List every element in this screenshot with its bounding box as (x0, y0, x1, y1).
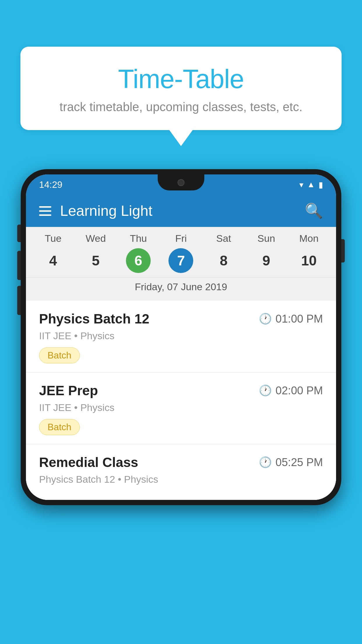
speech-bubble-card: Time-Table track timetable, upcoming cla… (20, 47, 342, 130)
day-name-tue: Tue (45, 233, 61, 244)
schedule-list: Physics Batch 12 🕐 01:00 PM IIT JEE • Ph… (26, 301, 336, 500)
day-num-mon: 10 (296, 248, 321, 273)
wifi-icon: ▾ (299, 180, 303, 190)
status-icons: ▾ ▲ ▮ (299, 180, 323, 190)
hamburger-line-1 (39, 206, 51, 208)
phone-wrapper: 14:29 ▾ ▲ ▮ Learning (20, 169, 342, 505)
app-header: Learning Light 🔍 (26, 195, 336, 227)
bubble-arrow (169, 130, 193, 146)
search-button[interactable]: 🔍 (305, 202, 323, 219)
day-num-wed: 5 (83, 248, 108, 273)
schedule-item-1-time-value: 01:00 PM (275, 313, 323, 325)
day-mon[interactable]: Mon 10 (296, 233, 321, 273)
day-num-thu: 6 (126, 248, 151, 273)
schedule-item-1-meta: IIT JEE • Physics (39, 330, 323, 342)
bubble-title: Time-Table (44, 64, 318, 94)
phone-notch (158, 174, 204, 190)
day-num-sat: 8 (211, 248, 236, 273)
schedule-item-1[interactable]: Physics Batch 12 🕐 01:00 PM IIT JEE • Ph… (26, 301, 336, 372)
day-sat[interactable]: Sat 8 (211, 233, 236, 273)
battery-icon: ▮ (319, 180, 323, 190)
days-row: Tue 4 Wed 5 Thu 6 Fri 7 (26, 233, 336, 273)
camera (178, 179, 184, 186)
day-name-sun: Sun (257, 233, 275, 244)
schedule-item-1-time: 🕐 01:00 PM (259, 313, 323, 325)
day-sun[interactable]: Sun 9 (254, 233, 279, 273)
day-name-thu: Thu (130, 233, 147, 244)
hamburger-line-2 (39, 210, 51, 212)
day-wed[interactable]: Wed 5 (83, 233, 108, 273)
day-name-fri: Fri (175, 233, 187, 244)
phone-frame: 14:29 ▾ ▲ ▮ Learning (21, 169, 341, 505)
clock-icon-2: 🕐 (259, 384, 272, 397)
schedule-item-3-header: Remedial Class 🕐 05:25 PM (39, 454, 323, 470)
schedule-item-2-badge: Batch (39, 419, 80, 435)
header-left: Learning Light (39, 202, 152, 219)
calendar-strip: Tue 4 Wed 5 Thu 6 Fri 7 (26, 227, 336, 301)
day-fri[interactable]: Fri 7 (168, 233, 193, 273)
menu-button[interactable] (39, 206, 51, 216)
app-title: Learning Light (60, 202, 152, 219)
phone-screen: 14:29 ▾ ▲ ▮ Learning (26, 174, 336, 500)
day-tue[interactable]: Tue 4 (41, 233, 66, 273)
status-bar: 14:29 ▾ ▲ ▮ (26, 174, 336, 195)
schedule-item-1-header: Physics Batch 12 🕐 01:00 PM (39, 311, 323, 327)
schedule-item-2-meta: IIT JEE • Physics (39, 402, 323, 413)
schedule-item-3-name: Remedial Class (39, 454, 138, 470)
schedule-item-3-meta: Physics Batch 12 • Physics (39, 474, 323, 485)
hamburger-line-3 (39, 214, 51, 216)
volume-down-button (17, 286, 21, 315)
schedule-item-2-time: 🕐 02:00 PM (259, 384, 323, 397)
schedule-item-3-time-value: 05:25 PM (275, 456, 323, 469)
status-time: 14:29 (39, 179, 62, 190)
day-num-sun: 9 (254, 248, 279, 273)
selected-date-label: Friday, 07 June 2019 (26, 277, 336, 298)
schedule-item-1-name: Physics Batch 12 (39, 311, 149, 327)
mute-button (17, 225, 21, 242)
day-name-sat: Sat (216, 233, 231, 244)
schedule-item-3-time: 🕐 05:25 PM (259, 456, 323, 469)
day-name-wed: Wed (86, 233, 106, 244)
schedule-item-1-badge: Batch (39, 347, 80, 363)
schedule-item-2-header: JEE Prep 🕐 02:00 PM (39, 383, 323, 398)
bubble-subtitle: track timetable, upcoming classes, tests… (44, 100, 318, 114)
clock-icon-1: 🕐 (259, 313, 272, 325)
signal-icon: ▲ (307, 180, 315, 189)
day-thu[interactable]: Thu 6 (126, 233, 151, 273)
day-num-fri: 7 (168, 248, 193, 273)
day-num-tue: 4 (41, 248, 66, 273)
volume-up-button (17, 251, 21, 280)
speech-bubble-section: Time-Table track timetable, upcoming cla… (20, 47, 342, 146)
schedule-item-2-time-value: 02:00 PM (275, 384, 323, 397)
schedule-item-2-name: JEE Prep (39, 383, 98, 398)
clock-icon-3: 🕐 (259, 456, 272, 468)
schedule-item-3[interactable]: Remedial Class 🕐 05:25 PM Physics Batch … (26, 444, 336, 500)
day-name-mon: Mon (299, 233, 319, 244)
power-button (341, 239, 345, 262)
schedule-item-2[interactable]: JEE Prep 🕐 02:00 PM IIT JEE • Physics Ba… (26, 372, 336, 444)
